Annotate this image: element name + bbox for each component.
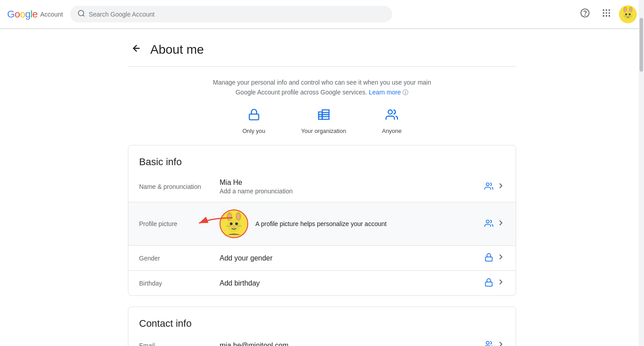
svg-point-0 bbox=[78, 10, 84, 16]
back-icon bbox=[131, 43, 141, 56]
page-content: About me Manage your personal info and c… bbox=[121, 29, 523, 346]
email-actions bbox=[484, 340, 505, 346]
app-header: Google Account bbox=[0, 0, 644, 29]
svg-line-1 bbox=[83, 15, 84, 16]
scrollbar-track bbox=[639, 0, 644, 346]
apps-icon bbox=[602, 8, 611, 20]
gender-value: Add your gender bbox=[220, 254, 484, 262]
avatar bbox=[619, 5, 637, 23]
basic-info-card: Basic info Name & pronunciation Mia He A… bbox=[128, 145, 516, 296]
google-account-logo[interactable]: Google Account bbox=[7, 9, 63, 20]
gender-vis-icon bbox=[484, 253, 493, 263]
name-chevron bbox=[497, 182, 505, 192]
svg-point-34 bbox=[486, 183, 489, 186]
lock-icon bbox=[248, 108, 260, 124]
visibility-tab-your-org[interactable]: Your organization bbox=[301, 108, 346, 134]
info-help-icon: ⓘ bbox=[402, 89, 408, 96]
birthday-row[interactable]: Birthday Add birthday bbox=[128, 270, 516, 295]
user-avatar-button[interactable] bbox=[619, 5, 637, 23]
birthday-label: Birthday bbox=[139, 280, 220, 287]
organization-icon bbox=[318, 108, 330, 124]
svg-point-42 bbox=[235, 222, 238, 225]
svg-point-50 bbox=[486, 342, 489, 345]
svg-point-18 bbox=[623, 11, 632, 20]
search-input[interactable] bbox=[89, 11, 385, 18]
anyone-icon bbox=[386, 108, 398, 124]
visibility-tabs: Only you Your organization bbox=[128, 101, 516, 145]
info-line-1: Manage your personal info and control wh… bbox=[213, 79, 431, 86]
gender-primary: Add your gender bbox=[220, 254, 484, 262]
name-actions bbox=[484, 182, 505, 192]
svg-point-6 bbox=[609, 9, 610, 11]
help-icon bbox=[580, 8, 590, 20]
name-secondary: Add a name pronunciation bbox=[220, 188, 484, 195]
profile-picture-value: A profile picture helps personalize your… bbox=[220, 209, 484, 238]
profile-picture-actions bbox=[484, 219, 505, 229]
svg-rect-25 bbox=[249, 114, 258, 120]
svg-point-8 bbox=[606, 12, 607, 14]
gender-label: Gender bbox=[139, 255, 220, 262]
visibility-tab-only-you[interactable]: Only you bbox=[242, 108, 265, 134]
svg-point-7 bbox=[603, 12, 605, 14]
visibility-tab-anyone-label: Anyone bbox=[382, 128, 402, 134]
profile-picture-row[interactable]: Profile picture bbox=[128, 202, 516, 245]
profile-vis-icon bbox=[484, 219, 493, 229]
visibility-tab-your-org-label: Your organization bbox=[301, 128, 346, 134]
birthday-primary: Add birthday bbox=[220, 279, 484, 287]
visibility-tab-only-you-label: Only you bbox=[242, 128, 265, 134]
info-text-block: Manage your personal info and control wh… bbox=[128, 67, 516, 101]
email-chevron bbox=[497, 340, 505, 346]
svg-point-21 bbox=[627, 15, 629, 17]
contact-info-title: Contact info bbox=[128, 307, 516, 333]
profile-picture-hint: A profile picture helps personalize your… bbox=[255, 220, 386, 227]
apps-button[interactable] bbox=[597, 5, 615, 23]
svg-point-10 bbox=[603, 15, 605, 17]
svg-point-4 bbox=[603, 9, 605, 11]
search-bar bbox=[70, 6, 392, 22]
svg-rect-49 bbox=[486, 282, 492, 286]
google-wordmark: Google bbox=[7, 9, 38, 20]
email-value: mia.he@minitool.com bbox=[220, 342, 484, 346]
header-actions bbox=[576, 5, 637, 23]
svg-point-47 bbox=[486, 220, 489, 223]
birthday-value: Add birthday bbox=[220, 279, 484, 287]
contact-info-card: Contact info Email mia.he@minitool.com bbox=[128, 307, 516, 346]
visibility-tab-anyone[interactable]: Anyone bbox=[382, 108, 402, 134]
email-row[interactable]: Email mia.he@minitool.com bbox=[128, 333, 516, 346]
learn-more-link[interactable]: Learn more bbox=[369, 89, 401, 96]
profile-chevron bbox=[497, 219, 505, 229]
basic-info-title: Basic info bbox=[128, 145, 516, 171]
scrollbar-thumb[interactable] bbox=[640, 18, 643, 72]
gender-actions bbox=[484, 253, 505, 263]
page-header: About me bbox=[128, 29, 516, 66]
birthday-chevron bbox=[497, 278, 505, 288]
svg-point-5 bbox=[606, 9, 607, 11]
help-button[interactable] bbox=[576, 5, 594, 23]
svg-point-19 bbox=[625, 13, 627, 15]
email-vis-icon bbox=[484, 340, 493, 346]
gender-row[interactable]: Gender Add your gender bbox=[128, 245, 516, 270]
svg-rect-26 bbox=[318, 112, 322, 119]
birthday-vis-icon bbox=[484, 278, 493, 288]
back-button[interactable] bbox=[128, 40, 145, 59]
svg-point-9 bbox=[609, 12, 610, 14]
name-label: Name & pronunciation bbox=[139, 183, 220, 190]
svg-point-12 bbox=[609, 15, 610, 17]
gender-chevron bbox=[497, 253, 505, 263]
svg-point-39 bbox=[237, 214, 240, 220]
page-title: About me bbox=[150, 43, 204, 57]
svg-point-33 bbox=[388, 110, 392, 114]
info-line-2: Google Account profile across Google ser… bbox=[236, 89, 367, 96]
search-icon bbox=[77, 9, 85, 19]
account-label: Account bbox=[40, 11, 63, 18]
svg-rect-48 bbox=[486, 257, 492, 261]
name-vis-icon bbox=[484, 182, 493, 192]
email-label: Email bbox=[139, 342, 220, 346]
name-row[interactable]: Name & pronunciation Mia He Add a name p… bbox=[128, 171, 516, 202]
red-arrow-indicator bbox=[195, 214, 235, 234]
svg-point-20 bbox=[629, 13, 631, 15]
name-value: Mia He Add a name pronunciation bbox=[220, 179, 484, 195]
email-primary: mia.he@minitool.com bbox=[220, 342, 484, 346]
birthday-actions bbox=[484, 278, 505, 288]
svg-point-11 bbox=[606, 15, 607, 17]
